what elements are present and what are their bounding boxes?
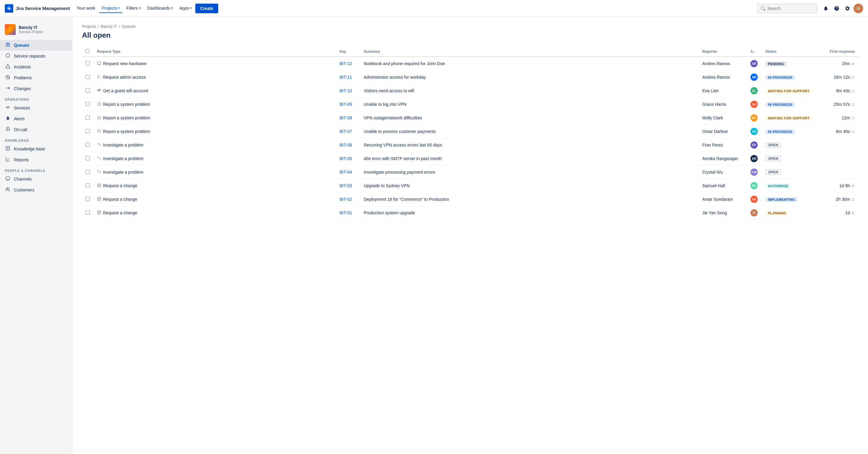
nav-your-work[interactable]: Your work (73, 4, 98, 13)
col-header-response[interactable]: First response (816, 47, 858, 57)
nav-filters[interactable]: Filters ▾ (123, 4, 144, 13)
status-badge: AUTHORIZE (766, 184, 791, 188)
response-value: 8m 40s (836, 129, 850, 134)
summary-text[interactable]: Administrator access for workday (364, 75, 426, 80)
user-avatar[interactable]: U (854, 4, 863, 13)
col-header-key[interactable]: Key (336, 47, 360, 57)
sidebar-item-services[interactable]: Services (0, 102, 72, 113)
sidebar-item-changes[interactable]: Changes (0, 83, 72, 94)
row-checkbox[interactable] (86, 129, 90, 133)
nav-projects[interactable]: Projects ▾ (99, 4, 123, 13)
sidebar-item-incidents[interactable]: Incidents (0, 61, 72, 72)
response-time-cell (816, 139, 858, 152)
request-type-label[interactable]: Request a change (103, 183, 137, 188)
summary-text[interactable]: Unable to log into VPN (364, 102, 407, 107)
svg-point-35 (99, 131, 99, 132)
select-all-checkbox[interactable] (86, 49, 90, 53)
summary-text[interactable]: VPN outage/network difficulties (364, 116, 422, 120)
settings-button[interactable] (843, 4, 852, 13)
project-header[interactable]: 🔶 Bancly IT Service Project (0, 22, 72, 40)
sidebar-item-queues[interactable]: Queues (0, 40, 72, 51)
request-type-label[interactable]: Report a system problem (103, 116, 150, 120)
status-badge: PLANNING (766, 211, 789, 216)
nav-dashboards[interactable]: Dashboards ▾ (144, 4, 176, 13)
request-type-label[interactable]: Get a guest wifi account (103, 88, 148, 93)
request-type-label[interactable]: Investigate a problem (103, 170, 144, 175)
request-type-label[interactable]: Investigate a problem (103, 156, 144, 161)
request-type-label[interactable]: Request a change (103, 210, 137, 215)
issue-key-link[interactable]: BIT-05 (340, 156, 352, 161)
row-checkbox[interactable] (86, 116, 90, 120)
row-checkbox[interactable] (86, 75, 90, 79)
issue-key-link[interactable]: BIT-08 (340, 116, 352, 120)
summary-text[interactable]: Notebook and phone required for John Doe (364, 61, 445, 66)
issue-key-link[interactable]: BIT-11 (340, 75, 352, 80)
sidebar-item-knowledge-base[interactable]: Knowledge base (0, 144, 72, 154)
assignee-cell: OD (747, 125, 762, 139)
summary-text[interactable]: Visitors need access to wifi (364, 88, 414, 93)
issue-key-link[interactable]: BIT-01 (340, 210, 352, 215)
row-checkbox[interactable] (86, 170, 90, 174)
sidebar-item-service-requests[interactable]: Service requests (0, 51, 72, 61)
sidebar-item-problems[interactable]: Problems (0, 72, 72, 83)
reporter-cell: Samuel Hall (699, 179, 747, 193)
request-type-label[interactable]: Request new hardware (103, 61, 147, 66)
sidebar-label-service-requests: Service requests (14, 54, 45, 59)
search-box[interactable] (757, 4, 817, 13)
reporter-name: Omar Darboe (702, 129, 728, 134)
app-logo[interactable]: Jira Service Management (5, 4, 70, 13)
response-time-cell: 25m 57s (816, 98, 858, 111)
table-row: Report a system problem BIT-08 VPN outag… (82, 111, 858, 125)
col-header-reporter[interactable]: Reporter (699, 47, 747, 57)
response-value: 9m 43s (836, 88, 850, 93)
request-type-label[interactable]: Report a system problem (103, 102, 150, 107)
summary-text[interactable]: Upgrade to Sydney VPN (364, 183, 410, 188)
breadcrumb-bancly-it[interactable]: Bancly IT (101, 24, 117, 29)
sidebar-item-customers[interactable]: Customers (0, 184, 72, 195)
request-type-label[interactable]: Request admin access (103, 75, 146, 80)
create-button[interactable]: Create (195, 4, 218, 13)
svg-point-27 (99, 104, 99, 104)
sidebar-item-alerts[interactable]: Alerts (0, 113, 72, 124)
col-header-summary[interactable]: Summary (360, 47, 699, 57)
issue-key-link[interactable]: BIT-12 (340, 61, 352, 66)
summary-text[interactable]: 404 error with SMTP server in past month (364, 156, 442, 161)
row-checkbox[interactable] (86, 143, 90, 147)
request-type-label[interactable]: Investigate a problem (103, 143, 144, 147)
issue-key-link[interactable]: BIT-06 (340, 143, 352, 147)
col-header-assignee[interactable]: A.. (747, 47, 762, 57)
issue-key-link[interactable]: BIT-10 (340, 88, 352, 93)
summary-text[interactable]: Deployment 18 for "Commerce" to Producti… (364, 197, 449, 202)
col-header-type[interactable]: Request Type (93, 47, 336, 57)
row-checkbox[interactable] (86, 61, 90, 65)
issue-key-link[interactable]: BIT-02 (340, 197, 352, 202)
issue-key-link[interactable]: BIT-03 (340, 183, 352, 188)
response-time-cell: 1d 8h (816, 179, 858, 193)
issue-key-link[interactable]: BIT-04 (340, 170, 352, 175)
request-type-label[interactable]: Request a change (103, 197, 137, 202)
breadcrumb-projects[interactable]: Projects (82, 24, 96, 29)
svg-point-16 (6, 187, 8, 189)
issue-key-link[interactable]: BIT-07 (340, 129, 352, 134)
summary-text[interactable]: Investigate processing payment errors (364, 170, 435, 175)
sidebar-item-channels[interactable]: Channels (0, 174, 72, 184)
summary-text[interactable]: Recurring VPN access errors last 60 days (364, 143, 442, 147)
request-type-label[interactable]: Report a system problem (103, 129, 150, 134)
issue-key-link[interactable]: BIT-09 (340, 102, 352, 107)
row-checkbox[interactable] (86, 88, 90, 93)
search-input[interactable] (767, 6, 809, 11)
summary-text[interactable]: Unable to process customer payments (364, 129, 436, 134)
summary-text[interactable]: Production system upgrade (364, 210, 415, 215)
row-checkbox[interactable] (86, 156, 90, 160)
row-checkbox[interactable] (86, 102, 90, 106)
row-checkbox[interactable] (86, 197, 90, 201)
sidebar-item-on-call[interactable]: On-call (0, 124, 72, 135)
row-checkbox[interactable] (86, 183, 90, 187)
col-header-status[interactable]: Status (762, 47, 816, 57)
row-checkbox[interactable] (86, 210, 90, 215)
chevron-down-icon: ▾ (139, 6, 141, 10)
sidebar-item-reports[interactable]: Reports (0, 154, 72, 165)
notifications-button[interactable] (821, 4, 831, 13)
nav-apps[interactable]: Apps ▾ (176, 4, 195, 13)
help-button[interactable] (832, 4, 841, 13)
